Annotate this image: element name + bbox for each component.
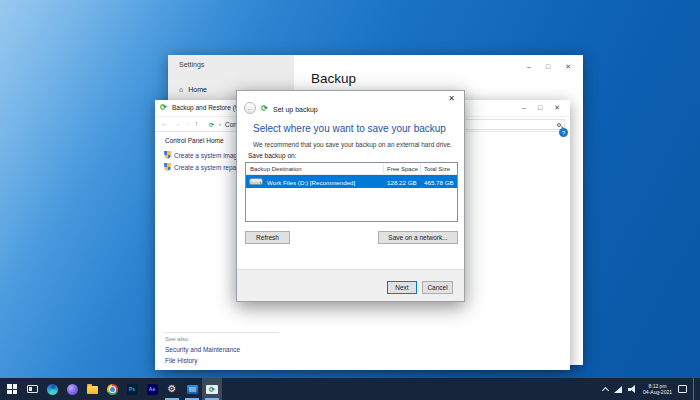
file-history-link[interactable]: File History: [165, 357, 198, 364]
breadcrumb-chevron-icon[interactable]: ›: [219, 121, 221, 127]
save-on-network-button[interactable]: Save on a network...: [378, 231, 458, 244]
after-effects-icon: Ae: [147, 384, 158, 395]
task-view-button[interactable]: [22, 378, 42, 400]
control-panel-home-link[interactable]: Control Panel Home: [165, 137, 224, 144]
backup-restore-icon: ⟳: [206, 385, 218, 394]
taskbar-item-cortana[interactable]: [62, 378, 82, 400]
system-tray: 8:12 pm 04-Aug-2021: [603, 378, 700, 400]
gear-icon: ⚙: [168, 384, 177, 394]
network-signal-icon[interactable]: [614, 386, 622, 393]
taskbar-item-edge[interactable]: [42, 378, 62, 400]
cortana-icon: [67, 384, 78, 395]
taskbar-item-settings[interactable]: ⚙: [162, 378, 182, 400]
divider: [163, 332, 279, 333]
show-desktop-button[interactable]: [693, 378, 697, 400]
list-header: Backup Destination Free Space Total Size: [246, 163, 457, 175]
create-system-image-link[interactable]: Create a system image: [164, 151, 241, 159]
edge-icon: [47, 384, 58, 395]
task-view-icon: [27, 385, 38, 393]
help-icon[interactable]: ?: [559, 128, 568, 137]
maximize-icon[interactable]: □: [538, 104, 542, 112]
control-panel-icon: [187, 385, 198, 394]
show-hidden-icons-chevron[interactable]: [602, 386, 609, 393]
save-backup-on-label: Save backup on:: [248, 152, 296, 159]
speaker-icon[interactable]: [628, 385, 637, 393]
uac-shield-icon: [164, 151, 171, 159]
settings-page-title: Backup: [311, 71, 356, 86]
setup-backup-dialog: ✕ ← ⟳ Set up backup Select where you wan…: [236, 90, 465, 302]
maximize-icon[interactable]: □: [546, 63, 550, 71]
taskbar-clock[interactable]: 8:12 pm 04-Aug-2021: [643, 383, 672, 395]
forward-icon[interactable]: →: [174, 120, 181, 128]
column-header-destination[interactable]: Backup Destination: [250, 166, 302, 172]
dialog-footer: Next Cancel: [237, 269, 464, 301]
see-also-heading: See also: [165, 336, 188, 342]
back-icon[interactable]: ←: [161, 120, 168, 128]
close-icon[interactable]: ✕: [448, 94, 455, 103]
task-label: Create a system image: [174, 152, 241, 159]
dialog-heading: Select where you want to save your backu…: [253, 123, 446, 134]
desktop: Settings – □ ✕ ⌂ Home Backup ⟳ Backup an…: [0, 0, 700, 400]
uac-shield-icon: [164, 163, 171, 171]
hard-drive-icon: [249, 177, 263, 186]
cancel-button[interactable]: Cancel: [422, 281, 453, 294]
navigation-buttons: ← → ˇ ↑: [161, 120, 198, 128]
taskbar-icons: Ps Ae ⚙ ⟳: [0, 378, 222, 400]
close-icon[interactable]: ✕: [554, 104, 560, 112]
next-button[interactable]: Next: [387, 281, 417, 294]
backup-restore-app-icon: ⟳: [160, 103, 167, 112]
drive-row-selected[interactable]: Work Files (D:) [Recommended] 128.22 GB …: [246, 175, 457, 188]
refresh-button[interactable]: Refresh: [245, 231, 290, 244]
minimize-icon[interactable]: –: [527, 63, 531, 71]
clock-date: 04-Aug-2021: [643, 389, 672, 395]
column-divider: [383, 164, 384, 173]
back-button[interactable]: ←: [244, 102, 256, 114]
start-button[interactable]: [2, 378, 22, 400]
backup-destination-list: Backup Destination Free Space Total Size…: [245, 162, 458, 222]
taskbar-item-photoshop[interactable]: Ps: [122, 378, 142, 400]
minimize-icon[interactable]: –: [522, 104, 526, 112]
breadcrumb-app-icon: ⟳: [209, 121, 214, 128]
drive-total-size: 465.78 GB: [424, 179, 454, 186]
folder-icon: [87, 386, 98, 394]
sidebar-item-home[interactable]: ⌂ Home: [179, 86, 207, 93]
taskbar-item-after-effects[interactable]: Ae: [142, 378, 162, 400]
drive-name: Work Files (D:) [Recommended]: [267, 179, 355, 186]
settings-caption-buttons: – □ ✕: [527, 63, 571, 71]
column-header-free-space[interactable]: Free Space: [387, 166, 418, 172]
home-icon: ⌂: [179, 86, 183, 93]
taskbar-item-backup-restore[interactable]: ⟳: [202, 378, 222, 400]
chrome-icon: [107, 384, 118, 395]
windows-logo-icon: [7, 384, 17, 394]
dialog-title: Set up backup: [273, 106, 318, 113]
backup-icon: ⟳: [261, 104, 268, 113]
drive-free-space: 128.22 GB: [387, 179, 417, 186]
column-header-total-size[interactable]: Total Size: [424, 166, 450, 172]
home-label: Home: [188, 86, 207, 93]
security-maintenance-link[interactable]: Security and Maintenance: [165, 346, 240, 353]
taskbar-item-chrome[interactable]: [102, 378, 122, 400]
taskbar: Ps Ae ⚙ ⟳ 8:12 pm 04-Aug-2021: [0, 378, 700, 400]
photoshop-icon: Ps: [127, 384, 138, 395]
search-icon: [557, 123, 561, 127]
dialog-description: We recommend that you save your backup o…: [253, 141, 452, 148]
window-caption-buttons: – □ ✕: [522, 104, 560, 112]
taskbar-item-file-explorer[interactable]: [82, 378, 102, 400]
action-center-icon[interactable]: [678, 385, 687, 393]
search-input[interactable]: [457, 119, 565, 130]
history-dropdown-icon[interactable]: ˇ: [187, 122, 189, 128]
back-arrow-icon: ←: [247, 105, 254, 112]
settings-window-title: Settings: [179, 61, 204, 68]
close-icon[interactable]: ✕: [565, 63, 571, 71]
column-divider: [420, 164, 421, 173]
taskbar-item-control-panel[interactable]: [182, 378, 202, 400]
up-icon[interactable]: ↑: [195, 120, 199, 128]
